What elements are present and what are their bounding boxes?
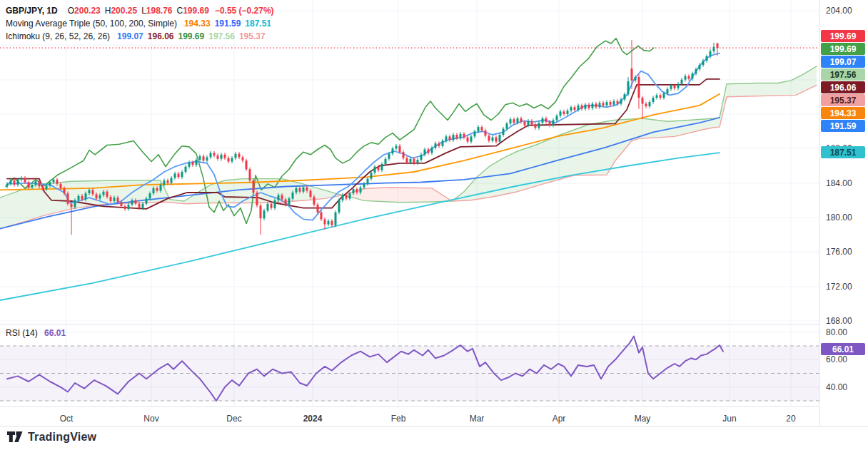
svg-text:184.00: 184.00: [826, 178, 852, 188]
svg-text:199.69: 199.69: [830, 44, 857, 54]
rsi-value: 66.01: [44, 328, 66, 338]
svg-text:80.00: 80.00: [826, 327, 847, 337]
tradingview-logo-icon[interactable]: [7, 431, 23, 444]
tradingview-brand-text[interactable]: TradingView: [28, 431, 96, 444]
svg-text:197.56: 197.56: [830, 70, 857, 80]
svg-text:Feb: Feb: [391, 414, 406, 424]
close-value: 199.69: [183, 6, 209, 16]
svg-text:199.07: 199.07: [830, 57, 857, 67]
svg-text:2024: 2024: [303, 414, 323, 424]
legend-symbol-row[interactable]: GBP/JPY, 1DO200.23H200.25L198.76C199.69−…: [6, 4, 274, 17]
symbol-title: GBP/JPY, 1D: [6, 6, 58, 16]
senkou-a-value: 197.56: [208, 31, 235, 41]
svg-text:180.00: 180.00: [826, 213, 852, 223]
svg-text:187.51: 187.51: [830, 148, 857, 158]
svg-text:176.00: 176.00: [826, 247, 852, 257]
close-label: C: [177, 6, 183, 16]
low-value: 198.76: [146, 6, 173, 16]
low-label: L: [141, 6, 146, 16]
rsi-legend-row[interactable]: RSI (14) 66.01: [6, 328, 66, 338]
svg-text:204.00: 204.00: [826, 6, 852, 16]
svg-text:Dec: Dec: [226, 414, 241, 424]
chikou-value: 199.69: [178, 31, 205, 41]
svg-text:40.00: 40.00: [826, 382, 847, 392]
indicator-legend: GBP/JPY, 1DO200.23H200.25L198.76C199.69−…: [6, 4, 274, 43]
change-value: −0.55 (−0.27%): [215, 6, 274, 16]
tenkan-value: 199.07: [117, 31, 143, 41]
ma-triple-title: Moving Average Triple (50, 100, 200, Sim…: [6, 19, 177, 29]
svg-text:20: 20: [786, 414, 796, 424]
svg-text:199.69: 199.69: [830, 31, 857, 41]
senkou-b-value: 195.37: [239, 31, 266, 41]
svg-text:195.37: 195.37: [830, 96, 857, 106]
svg-text:172.00: 172.00: [826, 282, 852, 292]
legend-ichimoku-row[interactable]: Ichimoku (9, 26, 52, 26, 26)199.07196.06…: [6, 30, 274, 43]
footer: TradingView: [7, 431, 96, 444]
svg-text:60.00: 60.00: [826, 354, 847, 364]
svg-text:Apr: Apr: [552, 414, 566, 424]
svg-text:Oct: Oct: [60, 414, 74, 424]
sma50-value: 194.33: [184, 19, 211, 29]
open-label: O: [68, 6, 74, 16]
svg-text:Nov: Nov: [143, 414, 158, 424]
svg-text:Mar: Mar: [470, 414, 485, 424]
price-chart-canvas[interactable]: 204.00188.00184.00180.00176.00172.00168.…: [0, 0, 868, 455]
open-value: 200.23: [74, 6, 101, 16]
rsi-label: RSI: [6, 328, 20, 338]
svg-text:66.01: 66.01: [832, 344, 854, 354]
svg-text:194.33: 194.33: [830, 108, 857, 118]
svg-text:191.59: 191.59: [830, 121, 857, 131]
svg-text:May: May: [635, 414, 651, 424]
sma200-value: 187.51: [245, 19, 271, 29]
legend-ma-triple-row[interactable]: Moving Average Triple (50, 100, 200, Sim…: [6, 17, 274, 30]
rsi-params: (14): [22, 328, 37, 338]
svg-text:196.06: 196.06: [830, 83, 857, 93]
high-value: 200.25: [111, 6, 137, 16]
ichimoku-title: Ichimoku (9, 26, 52, 26, 26): [6, 31, 110, 41]
svg-text:168.00: 168.00: [826, 316, 852, 326]
tradingview-chart-window: 204.00188.00184.00180.00176.00172.00168.…: [0, 0, 868, 455]
kijun-value: 196.06: [148, 31, 174, 41]
svg-text:Jun: Jun: [722, 414, 736, 424]
sma100-value: 191.59: [215, 19, 241, 29]
